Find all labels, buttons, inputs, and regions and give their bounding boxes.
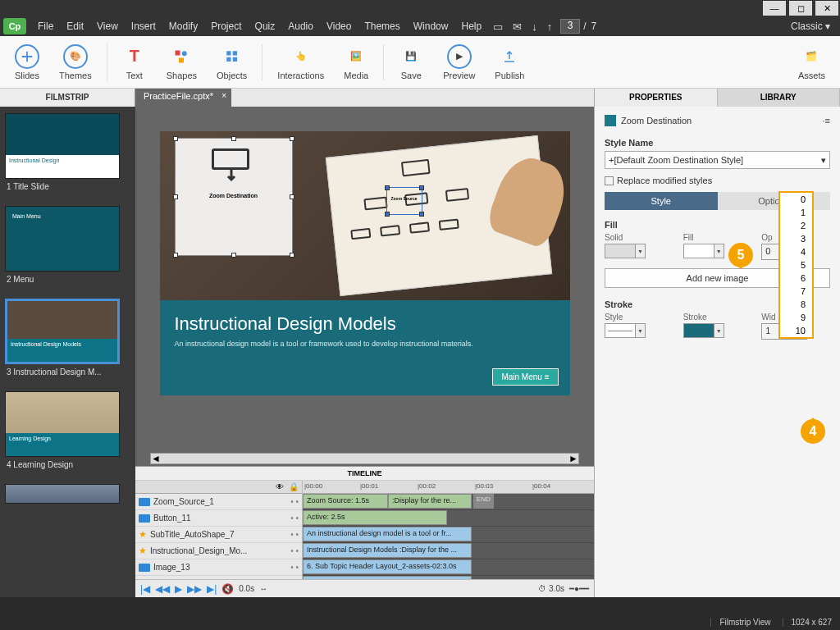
menu-project[interactable]: Project	[204, 18, 248, 34]
menu-insert[interactable]: Insert	[125, 18, 162, 34]
menu-file[interactable]: File	[31, 18, 60, 34]
menu-modify[interactable]: Modify	[162, 18, 204, 34]
timeline-clip[interactable]: AdobeStock_180837355_edit:3.0s	[303, 576, 472, 579]
dropdown-option[interactable]: 6	[780, 272, 812, 285]
menu-edit[interactable]: Edit	[60, 18, 90, 34]
ribbon-text[interactable]: T Text	[114, 43, 155, 82]
lock-icon[interactable]: 🔒	[289, 482, 299, 491]
close-window-button[interactable]: ✕	[815, 1, 838, 16]
ribbon-shapes[interactable]: Shapes	[158, 43, 205, 82]
page-current[interactable]: 3	[560, 19, 580, 34]
rewind-icon[interactable]: ◀◀	[155, 583, 170, 595]
width-dropdown[interactable]: 012345678910	[778, 191, 814, 339]
timeline-layer[interactable]: ★Instructional_Design_Mo...• •	[135, 543, 302, 559]
mail-icon[interactable]: ✉	[508, 21, 527, 33]
menu-help[interactable]: Help	[454, 18, 488, 34]
canvas[interactable]: Zoom Destination Zoom Source Instruction…	[135, 107, 594, 466]
timeline-layer[interactable]: Zoom_Source_1• •	[135, 494, 302, 510]
thumb-5[interactable]	[5, 484, 130, 504]
dropdown-option[interactable]: 4	[780, 245, 812, 258]
fill-type-select[interactable]: ▼	[605, 244, 646, 258]
filmstrip-body[interactable]: Instructional Design 1 Title Slide Main …	[0, 107, 135, 597]
timeline-clip[interactable]: 6. Sub Topic Header Layout_2-assets-02:3…	[303, 559, 472, 574]
timeline-end: END	[473, 494, 494, 509]
timeline-layer[interactable]: Image_13• •	[135, 559, 302, 576]
replace-styles-checkbox[interactable]: Replace modified styles	[605, 176, 830, 185]
menu-quiz[interactable]: Quiz	[249, 18, 282, 34]
status-view: Filmstrip View	[710, 618, 770, 627]
menu-view[interactable]: View	[90, 18, 125, 34]
menu-audio[interactable]: Audio	[281, 18, 320, 34]
upload-icon[interactable]: ↑	[542, 21, 558, 33]
dropdown-option[interactable]: 3	[780, 232, 812, 245]
svg-rect-2	[179, 57, 184, 62]
style-name-select[interactable]: +[Default Zoom Destination Style]▾	[605, 151, 830, 169]
dropdown-option[interactable]: 10	[780, 324, 812, 337]
ribbon-slides[interactable]: Slides	[7, 43, 48, 82]
canvas-scrollbar[interactable]: ◄►	[150, 453, 579, 464]
notes-icon[interactable]: ▭	[488, 21, 508, 33]
panel-menu-icon[interactable]: ∙≡	[823, 116, 830, 126]
objects-icon	[220, 44, 244, 69]
thumb-1[interactable]: Instructional Design 1 Title Slide	[5, 113, 130, 191]
stroke-color-swatch[interactable]: ▼	[683, 323, 724, 338]
ribbon-objects[interactable]: Objects	[208, 43, 255, 82]
ribbon-interactions[interactable]: 👆 Interactions	[269, 43, 332, 82]
visibility-icon[interactable]: 👁	[276, 482, 284, 491]
zoom-destination-object[interactable]: Zoom Destination	[175, 138, 293, 256]
forward-end-icon[interactable]: ▶|	[207, 583, 217, 595]
dropdown-option[interactable]: 7	[780, 285, 812, 298]
document-tab[interactable]: PracticeFile.cptx* ×	[135, 89, 231, 107]
download-icon[interactable]: ↓	[527, 21, 542, 33]
assets-icon: 🗂️	[799, 44, 824, 69]
thumb-3[interactable]: Instructional Design Models 3 Instructio…	[5, 299, 130, 377]
menu-video[interactable]: Video	[320, 18, 358, 34]
ribbon-save[interactable]: 💾 Save	[390, 43, 431, 82]
tab-library[interactable]: LIBRARY	[718, 89, 841, 107]
fill-color-swatch[interactable]: ▼	[683, 244, 724, 258]
tab-properties[interactable]: PROPERTIES	[595, 89, 718, 107]
ribbon-preview[interactable]: ▶ Preview	[435, 43, 483, 82]
zoom-source-object[interactable]: Zoom Source	[386, 187, 422, 215]
minimize-button[interactable]: —	[763, 1, 786, 16]
timeline-clip[interactable]: Active: 2.5s	[303, 510, 447, 525]
forward-icon[interactable]: ▶▶	[187, 583, 202, 595]
timeline-clip[interactable]: Zoom Source: 1.5s	[303, 494, 388, 509]
timeline-tracks[interactable]: |00:00 |00:01 |00:02 |00:03 |00:04 Zoom …	[303, 481, 594, 579]
dropdown-option[interactable]: 1	[780, 206, 812, 219]
dropdown-option[interactable]: 9	[780, 311, 812, 324]
timeline-clip[interactable]: :Display for the re...	[388, 494, 472, 509]
rewind-start-icon[interactable]: |◀	[140, 583, 150, 595]
maximize-button[interactable]: ◻	[789, 1, 812, 16]
layout-dropdown[interactable]: Classic ▾	[784, 18, 837, 34]
timeline-layer[interactable]: Button_11• •	[135, 510, 302, 527]
slide-title: Instructional Design Models	[175, 313, 555, 335]
callout-4: 4	[801, 419, 825, 444]
timeline-layer[interactable]: ★SubTitle_AutoShape_7• •	[135, 527, 302, 543]
svg-point-1	[182, 51, 187, 56]
dropdown-option[interactable]: 8	[780, 298, 812, 311]
toggle-style[interactable]: Style	[605, 192, 718, 210]
menu-themes[interactable]: Themes	[358, 18, 406, 34]
stroke-style-select[interactable]: ▼	[605, 323, 646, 338]
filmstrip-header: FILMSTRIP	[0, 89, 135, 107]
thumb-4[interactable]: Learning Design 4 Learning Design	[5, 391, 130, 469]
mute-icon[interactable]: 🔇	[221, 583, 234, 595]
zoom-slider[interactable]: ━●━━	[569, 584, 589, 593]
ribbon-media[interactable]: 🖼️ Media	[336, 43, 377, 82]
main-menu-button[interactable]: Main Menu ≡	[492, 368, 558, 386]
loop-icon[interactable]: ↔	[259, 584, 267, 593]
dropdown-option[interactable]: 5	[780, 258, 812, 272]
dropdown-option[interactable]: 2	[780, 219, 812, 232]
play-icon[interactable]: ▶	[175, 583, 182, 595]
ribbon-publish[interactable]: Publish	[486, 43, 532, 82]
close-tab-icon[interactable]: ×	[221, 91, 226, 100]
timeline-clip[interactable]: An instructional design model is a tool …	[303, 527, 472, 541]
ribbon-themes[interactable]: 🎨 Themes	[51, 43, 100, 82]
slide[interactable]: Zoom Destination Zoom Source Instruction…	[160, 131, 570, 395]
ribbon-assets[interactable]: 🗂️ Assets	[790, 43, 833, 82]
menu-window[interactable]: Window	[407, 18, 455, 34]
dropdown-option[interactable]: 0	[780, 193, 812, 206]
thumb-2[interactable]: Main Menu 2 Menu	[5, 206, 130, 284]
timeline-clip[interactable]: Instructional Design Models :Display for…	[303, 543, 472, 558]
